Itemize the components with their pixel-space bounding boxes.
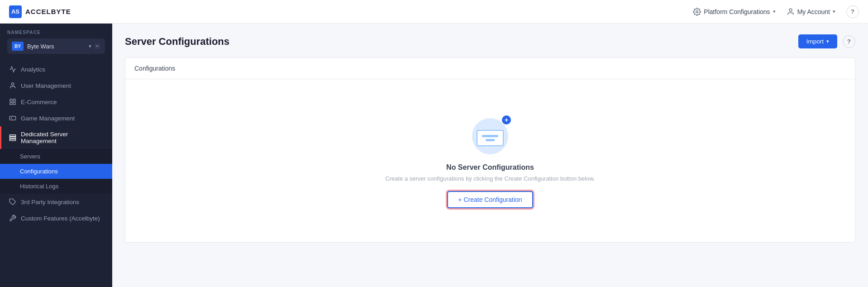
svg-rect-9: [10, 135, 15, 136]
platform-configurations-menu[interactable]: Platform Configurations ▾: [693, 8, 775, 16]
namespace-left: BY Byte Wars: [12, 42, 54, 51]
card-header-title: Configurations: [134, 65, 175, 72]
namespace-selector[interactable]: BY Byte Wars ▾: [7, 38, 105, 54]
server-line-long: [482, 135, 498, 137]
sidebar-nav: Analytics User Management E-Commerce: [0, 58, 112, 287]
gear-icon: [693, 8, 701, 16]
namespace-label: NAMESPACE: [7, 30, 105, 35]
svg-point-3: [11, 83, 14, 85]
empty-illustration: +: [467, 114, 513, 154]
import-button[interactable]: Import ▾: [798, 34, 837, 48]
namespace-name: Byte Wars: [27, 43, 54, 50]
sidebar-item-analytics-label: Analytics: [21, 66, 45, 73]
sidebar-item-user-management[interactable]: User Management: [0, 77, 112, 94]
sidebar-item-ecommerce[interactable]: E-Commerce: [0, 94, 112, 110]
content-help-button[interactable]: ?: [843, 35, 855, 48]
sidebar-item-dedicated-server-management[interactable]: Dedicated Server Management: [0, 126, 112, 149]
svg-point-2: [96, 45, 98, 47]
sidebar-item-game-management[interactable]: Game Management: [0, 110, 112, 126]
create-configuration-label: + Create Configuration: [458, 196, 522, 203]
sidebar-item-dedicated-server-management-label: Dedicated Server Management: [21, 131, 103, 144]
sidebar-item-custom-features-label: Custom Features (Accelbyte): [21, 215, 100, 222]
card-body: + No Server Configurations Create a serv…: [125, 79, 855, 242]
import-label: Import: [806, 38, 824, 45]
sidebar-subitem-historical-logs-label: Historical Logs: [20, 183, 58, 190]
platform-configurations-label: Platform Configurations: [704, 8, 770, 15]
help-button[interactable]: ?: [846, 5, 859, 18]
page-header: Server Configurations Import ▾ ?: [125, 34, 855, 48]
sidebar-item-ecommerce-label: E-Commerce: [21, 99, 57, 105]
sidebar: NAMESPACE BY Byte Wars ▾: [0, 24, 112, 287]
sidebar-subitem-historical-logs[interactable]: Historical Logs: [0, 179, 112, 194]
svg-rect-4: [10, 99, 12, 101]
svg-rect-5: [13, 99, 15, 101]
namespace-badge: BY: [12, 42, 24, 51]
header-actions: Import ▾ ?: [798, 34, 855, 48]
sub-nav: Servers Configurations Historical Logs: [0, 149, 112, 194]
sidebar-item-game-management-label: Game Management: [21, 115, 75, 122]
create-configuration-button[interactable]: + Create Configuration: [447, 191, 533, 208]
settings-icon: [94, 43, 100, 49]
puzzle-icon: [9, 198, 16, 206]
sidebar-item-analytics[interactable]: Analytics: [0, 61, 112, 77]
svg-point-1: [789, 9, 792, 11]
svg-rect-11: [10, 139, 15, 140]
svg-rect-8: [10, 116, 15, 120]
sidebar-subitem-servers-label: Servers: [20, 153, 40, 160]
svg-rect-7: [10, 102, 12, 105]
grid-icon: [9, 98, 16, 105]
sidebar-item-user-management-label: User Management: [21, 82, 71, 89]
server-icon: [9, 134, 16, 141]
card-header: Configurations: [125, 58, 855, 79]
empty-description: Create a server configurations by clicki…: [385, 175, 595, 182]
svg-rect-10: [10, 137, 15, 139]
svg-point-0: [696, 10, 698, 13]
gamepad-icon: [9, 115, 16, 122]
namespace-section: NAMESPACE BY Byte Wars ▾: [0, 24, 112, 58]
logo-text: ACCELBYTE: [25, 8, 71, 15]
my-account-chevron: ▾: [833, 9, 835, 14]
svg-rect-6: [13, 102, 15, 105]
ns-icons: ▾: [89, 43, 100, 49]
empty-title: No Server Configurations: [446, 163, 534, 172]
server-box: [477, 130, 504, 146]
chart-icon: [9, 66, 16, 73]
sidebar-subitem-configurations[interactable]: Configurations: [0, 164, 112, 179]
main-layout: NAMESPACE BY Byte Wars ▾: [0, 24, 868, 287]
sidebar-item-third-party-integrations[interactable]: 3rd Party Integrations: [0, 194, 112, 210]
import-chevron: ▾: [826, 38, 829, 44]
user-icon: [9, 82, 16, 89]
sidebar-item-third-party-integrations-label: 3rd Party Integrations: [21, 199, 79, 206]
top-nav-right: Platform Configurations ▾ My Account ▾ ?: [693, 5, 859, 18]
logo-icon: AS: [9, 5, 22, 18]
main-content: Server Configurations Import ▾ ? Configu…: [112, 24, 868, 287]
chevron-down-icon: ▾: [89, 43, 91, 49]
sidebar-item-custom-features[interactable]: Custom Features (Accelbyte): [0, 210, 112, 226]
sidebar-subitem-servers[interactable]: Servers: [0, 149, 112, 164]
platform-configurations-chevron: ▾: [773, 9, 776, 14]
configurations-card: Configurations + No Server Configuration…: [125, 57, 855, 243]
top-nav: AS ACCELBYTE Platform Configurations ▾ M…: [0, 0, 868, 24]
my-account-label: My Account: [797, 8, 830, 15]
server-line-short: [486, 139, 495, 141]
wrench-icon: [9, 215, 16, 222]
user-icon: [787, 8, 795, 16]
logo: AS ACCELBYTE: [9, 5, 71, 18]
plus-badge: +: [502, 115, 511, 124]
sidebar-subitem-configurations-label: Configurations: [20, 168, 58, 175]
my-account-menu[interactable]: My Account ▾: [787, 8, 835, 16]
page-title: Server Configurations: [125, 36, 229, 48]
